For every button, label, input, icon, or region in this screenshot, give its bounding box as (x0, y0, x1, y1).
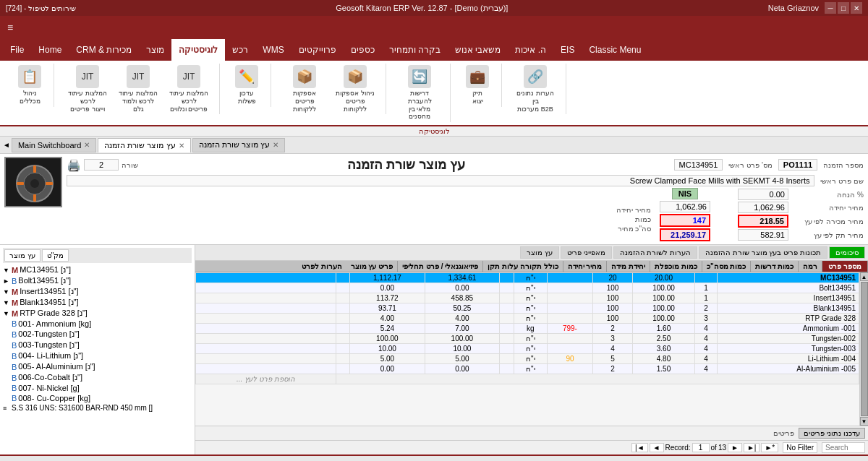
tab-tree-close-1[interactable]: ✕ (179, 142, 184, 150)
tab-tree-close-2[interactable]: ✕ (273, 141, 278, 149)
tree-item-insert134951[interactable]: ▼ M Insert134951 [נ"] (3, 286, 192, 297)
tree-item-004[interactable]: B 004- Li-Lithium [נ"] (3, 350, 192, 361)
cell-unit: י"ח (514, 364, 548, 374)
scroll-thumb[interactable] (861, 282, 868, 416)
table-row[interactable]: 005- Al-Aluminium 4 1.50 2 י"ח 0.00 0.00 (196, 364, 859, 374)
update-tree-btn[interactable]: עדכנו נתוני פריטים (799, 428, 865, 439)
footer-btn-confirm[interactable]: ✅ אישור עץשורת ההזמנה (509, 455, 550, 461)
ribbon-btn-transfer[interactable]: 🔄 דרישות להעברתמלאי בין מחסנים (395, 64, 444, 122)
ribbon-btn-jit1[interactable]: JIT המלצות עיתוד לרכשוייצור פריטים (63, 64, 112, 114)
tab-product[interactable]: מוצר (139, 39, 171, 61)
ribbon-btn-jit2[interactable]: JIT המלצות עיתודלרכש ולמוד גלם (114, 64, 163, 114)
management-icon: 📋 (18, 65, 41, 88)
scroll-down-arrow[interactable]: ▼ (860, 417, 869, 426)
tab-control[interactable]: בקרה ותמחיר (382, 39, 448, 61)
tree-item-ss[interactable]: ≡ S.S 316 UNS: S31600 BAR-RND 450 mm [] (3, 403, 192, 413)
table-row[interactable]: 002-Tungsten 4 2.50 3 י"ח 100.00 100.00 (196, 334, 859, 344)
tree-item-rtp[interactable]: ▼ M RTP Grade 328 [נ"] (3, 308, 192, 319)
ribbon-btn-supply2[interactable]: 📦 ניהול אספקותפריטים ללקוחות (331, 64, 380, 114)
cell-qty-total: 3 (592, 334, 632, 344)
cell-level: 3 (694, 314, 717, 324)
table-row[interactable]: Bolt134951 1 100.00 100 י"ח 0.00 0.00 (196, 283, 859, 293)
nav-new-btn[interactable]: ►* (761, 443, 778, 452)
price-discount-label: מחיר מכירה לפי עץ (791, 217, 864, 225)
sub-tab-tree[interactable]: עץ מוצר (520, 246, 559, 259)
tree-item-008[interactable]: B 008- Cu-Copper [kg] (3, 393, 192, 403)
nav-prev-btn[interactable]: ◄ (650, 443, 664, 452)
scroll-up-arrow[interactable]: ▲ (860, 272, 869, 281)
discount-value: 0.00 (738, 189, 788, 200)
tab-eis[interactable]: EIS (553, 39, 582, 61)
record-current[interactable] (692, 443, 710, 452)
tree-item-bolt134951[interactable]: ► B Bolt134951 [נ"] (3, 275, 192, 286)
ribbon-btn-supply1[interactable]: 📦 אספקות פריטיםללקוחות (280, 64, 329, 114)
ribbon-btn-b2b[interactable]: 🔗 הערות נתונים ביןמערכות B2B (511, 64, 560, 114)
tab-wms[interactable]: WMS (255, 39, 291, 61)
tab-tree-order-2[interactable]: עץ מוצר שורת הזמנה ✕ (192, 138, 285, 152)
cell-total-cost: 7.00 (425, 324, 500, 334)
cell-part: MC134951 (718, 273, 859, 283)
table-row[interactable]: MC134951 20.00 20 י"ח 1,334.61 1,112.17 (196, 273, 859, 283)
table-row[interactable]: 004- Li-Lithium 4 4.80 5 90 י"ח 5.00 5.0… (196, 354, 859, 364)
ribbon-btn-update[interactable]: ✏️ עדכוןפשלות (229, 64, 265, 107)
tab-hr[interactable]: משאבי אנוש (448, 39, 508, 61)
minimize-button[interactable]: ─ (825, 2, 836, 14)
tree-item-blank134951[interactable]: ▼ M Blank134951 [נ"] (3, 297, 192, 308)
tree-item-001[interactable]: B 001- Ammonium [kg] (3, 319, 192, 329)
nav-next-btn[interactable]: ► (728, 443, 742, 452)
sub-tab-notes[interactable]: הערות לשורת ההזמנה (613, 246, 698, 259)
table-row[interactable]: Blank134951 2 100.00 100 י"ח 50.25 93.71 (196, 303, 859, 314)
tree-item-mc134951[interactable]: ▼ M MC134951 [נ"] (3, 264, 192, 275)
tree-item-005[interactable]: B 005- Al-Aluminium [נ"] (3, 361, 192, 372)
tab-file[interactable]: File (3, 39, 31, 61)
footer-btn-save[interactable]: 💾 שמורהזמנה (454, 455, 477, 461)
tab-main-switchboard[interactable]: Main Switchboard ✕ (12, 138, 96, 152)
price-discount-value: 218.55 (738, 215, 788, 228)
table-row[interactable]: 003-Tungsten 4 3.60 4 י"ח 10.00 10.00 (196, 344, 859, 354)
ribbon-btn-export[interactable]: 💼 תיקיצוא (459, 64, 495, 107)
cell-part: Bolt134951 (718, 283, 859, 293)
tab-classic-menu[interactable]: Classic Menu (582, 39, 648, 61)
tab-home[interactable]: Home (31, 39, 69, 61)
table-row[interactable]: Insert134951 1 100.00 100 י"ח 458.85 113… (196, 293, 859, 303)
close-button[interactable]: ✕ (851, 2, 862, 14)
ribbon-btn-management[interactable]: 📋 ניהולמכללים (12, 64, 48, 107)
cell-total: 1,112.17 (350, 273, 425, 283)
tree-btn-sku[interactable]: מק"ט (42, 249, 69, 262)
tree-item-007[interactable]: B 007- Ni-Nickel [g] (3, 383, 192, 393)
footer-btn-freeze[interactable]: ❄️ הקפאתהצמנה (629, 455, 654, 461)
sub-tab-summary[interactable]: סיכומים (829, 246, 865, 259)
tab-projects[interactable]: פרוייקטים (292, 39, 344, 61)
printer-icon[interactable]: 🖨️ (67, 158, 81, 172)
table-row-add[interactable]: הוספת פרט לעץ ... (196, 374, 859, 384)
tab-purchase[interactable]: רכש (225, 39, 255, 61)
tree-item-003[interactable]: B 003-Tungsten [נ"] (3, 340, 192, 350)
tab-main-close[interactable]: ✕ (84, 141, 90, 149)
quick-access-icon[interactable]: ≡ (3, 22, 17, 33)
tree-item-002[interactable]: B 002-Tungsten [נ"] (3, 329, 192, 340)
vertical-scrollbar[interactable]: ▲ ▼ (859, 272, 868, 426)
cell-total-cost: 0.00 (425, 364, 500, 374)
tab-crm[interactable]: CRM & מכירות (69, 39, 139, 61)
tree-item-006[interactable]: B 006-Co-Cobalt [נ"] (3, 372, 192, 383)
nav-first-btn[interactable]: |◄ (631, 443, 648, 452)
search-input[interactable] (822, 442, 865, 453)
restore-button[interactable]: □ (838, 2, 849, 14)
tree-btn-tree[interactable]: עץ מוצר (4, 249, 41, 262)
transfer-label: דרישות להעברתמלאי בין מחסנים (398, 90, 441, 121)
tab-finance[interactable]: כספים (344, 39, 382, 61)
tab-quality[interactable]: ה. איכות (508, 39, 553, 61)
tab-arrow-left[interactable]: ◄ (3, 141, 10, 149)
footer-btn-mrp-ref[interactable]: 📊 MRPRef (686, 455, 709, 461)
sub-tab-part-props[interactable]: מאפייני פריט (561, 246, 612, 259)
tab-logistics[interactable]: לוגיסטיקה (171, 39, 225, 61)
supply2-icon: 📦 (344, 65, 367, 88)
footer-btn-cancel-bom[interactable]: 🚫 ביטולבעץ מוצר (595, 455, 625, 461)
ribbon-btn-jit3[interactable]: JIT המלצות עיתוד לרכשפריטים ונלווים (164, 64, 213, 114)
sub-tab-properties[interactable]: תכונות פריט בעץ מוצר שורת ההזמנה (699, 246, 827, 259)
table-row[interactable]: 001- Ammonium 4 1.60 2 -799 kg 7.00 5.24 (196, 324, 859, 334)
window-controls[interactable]: ─ □ ✕ (825, 2, 862, 14)
nav-last-btn[interactable]: ►| (744, 443, 760, 452)
table-row[interactable]: RTP Grade 328 3 100.00 100 י"ח 4.00 4.00 (196, 314, 859, 324)
tab-tree-order-1[interactable]: עץ מוצר שורת הזמנה ✕ (98, 138, 190, 152)
